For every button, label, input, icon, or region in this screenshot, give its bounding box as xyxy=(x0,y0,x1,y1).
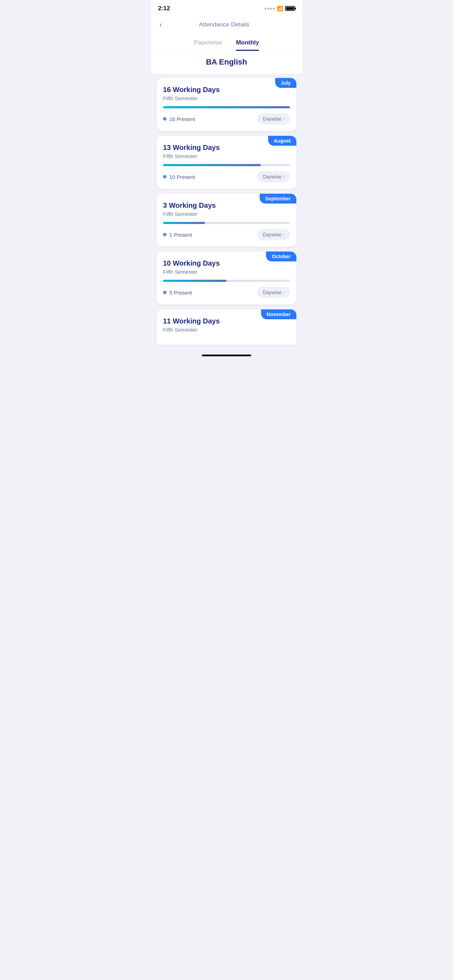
progress-bg-july xyxy=(163,106,290,108)
card-footer-august: 10 Present Daywise › xyxy=(163,171,290,182)
month-card-october: October 10 Working Days Fifth Semester 5… xyxy=(157,251,296,304)
signal-icon xyxy=(265,8,275,10)
month-card-november: November 11 Working Days Fifth Semester xyxy=(157,309,296,345)
chevron-icon-august: › xyxy=(283,174,285,179)
progress-bg-august xyxy=(163,164,290,166)
status-bar: 2:12 📶 xyxy=(151,0,302,15)
months-list: July 16 Working Days Fifth Semester 16 P… xyxy=(151,74,302,349)
month-badge-august: August xyxy=(268,136,296,146)
wifi-icon: 📶 xyxy=(277,6,283,11)
status-icons: 📶 xyxy=(265,6,295,11)
semester-july: Fifth Semester xyxy=(163,95,290,101)
present-dot-september xyxy=(163,233,167,236)
semester-october: Fifth Semester xyxy=(163,269,290,275)
month-badge-september: September xyxy=(260,194,296,204)
progress-bg-september xyxy=(163,222,290,224)
progress-fill-august xyxy=(163,164,261,166)
semester-september: Fifth Semester xyxy=(163,211,290,217)
tabs-container: Paperwise Monthly xyxy=(151,36,302,51)
chevron-icon-september: › xyxy=(283,232,285,237)
home-indicator xyxy=(202,355,251,356)
present-dot-october xyxy=(163,291,167,294)
progress-fill-september xyxy=(163,222,205,224)
chevron-icon-july: › xyxy=(283,116,285,121)
month-badge-october: October xyxy=(266,251,296,261)
progress-fill-july xyxy=(163,106,290,108)
present-dot-july xyxy=(163,117,167,121)
daywise-button-july[interactable]: Daywise › xyxy=(257,113,290,124)
course-title-section: BA English xyxy=(151,51,302,74)
daywise-button-august[interactable]: Daywise › xyxy=(257,171,290,182)
progress-bg-october xyxy=(163,280,290,282)
page-title: Attendance Details xyxy=(165,21,283,28)
present-dot-august xyxy=(163,175,167,178)
semester-august: Fifth Semester xyxy=(163,153,290,159)
month-card-july: July 16 Working Days Fifth Semester 16 P… xyxy=(157,78,296,131)
present-count-august: 10 Present xyxy=(163,174,195,180)
working-days-july: 16 Working Days xyxy=(163,86,290,94)
month-card-august: August 13 Working Days Fifth Semester 10… xyxy=(157,136,296,189)
status-time: 2:12 xyxy=(158,5,170,12)
present-count-october: 5 Present xyxy=(163,290,192,296)
tab-monthly[interactable]: Monthly xyxy=(236,39,259,51)
daywise-button-october[interactable]: Daywise › xyxy=(257,287,290,298)
course-title: BA English xyxy=(158,57,295,67)
present-count-july: 16 Present xyxy=(163,116,195,122)
daywise-button-september[interactable]: Daywise › xyxy=(257,229,290,240)
chevron-icon-october: › xyxy=(283,290,285,295)
month-card-september: September 3 Working Days Fifth Semester … xyxy=(157,194,296,247)
month-badge-november: November xyxy=(261,309,296,319)
header: ‹ Attendance Details xyxy=(151,15,302,36)
progress-fill-october xyxy=(163,280,227,282)
semester-november: Fifth Semester xyxy=(163,327,290,332)
month-badge-july: July xyxy=(275,78,296,88)
back-button[interactable]: ‹ xyxy=(158,19,165,30)
card-footer-july: 16 Present Daywise › xyxy=(163,113,290,124)
card-footer-september: 1 Present Daywise › xyxy=(163,229,290,240)
card-footer-october: 5 Present Daywise › xyxy=(163,287,290,298)
battery-icon xyxy=(285,6,295,11)
tab-paperwise[interactable]: Paperwise xyxy=(194,39,222,51)
present-count-september: 1 Present xyxy=(163,232,192,238)
